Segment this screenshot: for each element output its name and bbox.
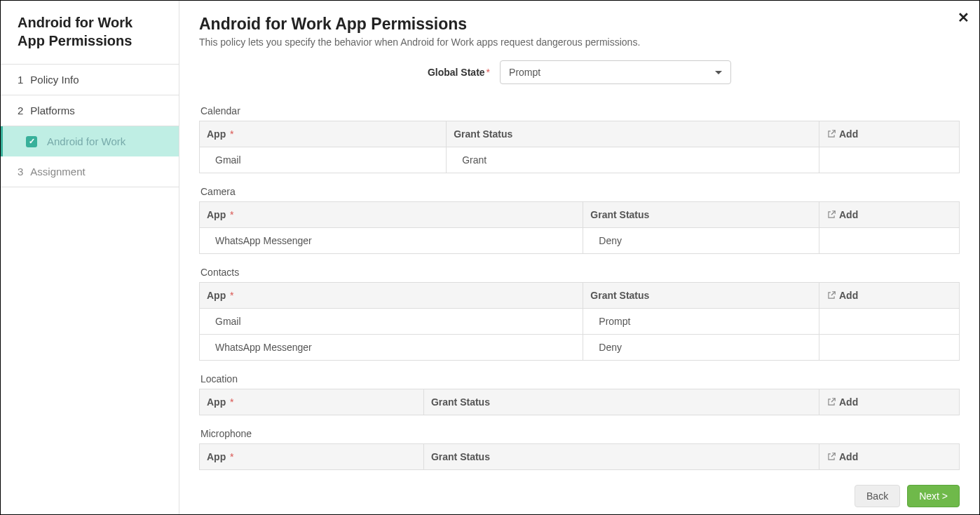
footer-buttons: Back Next >	[199, 478, 960, 507]
cell-action	[819, 228, 960, 254]
add-icon	[826, 452, 836, 462]
add-label: Add	[839, 128, 858, 140]
add-button[interactable]: Add	[819, 283, 960, 309]
column-header-app: App *	[200, 283, 583, 309]
add-button[interactable]: Add	[819, 121, 960, 147]
sidebar-item-assignment[interactable]: 3 Assignment	[1, 156, 179, 187]
chevron-down-icon	[715, 71, 722, 74]
check-icon: ✓	[26, 136, 37, 147]
column-header-app: App *	[200, 389, 424, 415]
required-asterisk: *	[230, 128, 233, 140]
next-button[interactable]: Next >	[907, 485, 960, 507]
global-state-value: Prompt	[509, 67, 540, 78]
sidebar-item-label: Policy Info	[30, 74, 79, 86]
section-title: Microphone	[200, 428, 960, 439]
sidebar-item-num: 2	[18, 105, 23, 116]
global-state-label: Global State*	[428, 67, 490, 78]
sidebar-header: Android for Work App Permissions	[1, 1, 179, 65]
global-state-label-text: Global State	[428, 67, 485, 78]
column-header-grant-status: Grant Status	[583, 202, 819, 228]
permission-table: App *Grant StatusAdd	[199, 443, 960, 470]
add-icon	[826, 129, 836, 139]
sidebar: Android for Work App Permissions 1 Polic…	[1, 1, 179, 514]
section-title: Contacts	[200, 267, 960, 278]
permission-table: App *Grant StatusAddGmailGrant	[199, 121, 960, 173]
add-label: Add	[839, 396, 858, 408]
column-header-app-text: App	[207, 451, 226, 462]
back-button[interactable]: Back	[855, 485, 900, 507]
add-icon	[826, 397, 836, 407]
global-state-select[interactable]: Prompt	[500, 60, 731, 84]
add-icon	[826, 210, 836, 220]
cell-action	[819, 309, 960, 335]
main-panel: ✕ Android for Work App Permissions This …	[179, 1, 979, 514]
permission-table: App *Grant StatusAdd	[199, 389, 960, 415]
cell-app: Gmail	[200, 147, 447, 173]
column-header-app: App *	[200, 121, 447, 147]
global-state-row: Global State* Prompt	[199, 60, 960, 84]
add-button[interactable]: Add	[819, 444, 960, 470]
page-title: Android for Work App Permissions	[199, 15, 960, 34]
sidebar-item-num: 1	[18, 74, 23, 86]
section-title: Location	[200, 373, 960, 384]
table-row[interactable]: GmailPrompt	[200, 309, 960, 335]
required-asterisk: *	[230, 290, 233, 301]
column-header-grant-status: Grant Status	[447, 121, 819, 147]
required-asterisk: *	[486, 67, 490, 78]
table-row[interactable]: WhatsApp MessengerDeny	[200, 335, 960, 361]
cell-grant-status: Deny	[583, 228, 819, 254]
column-header-app: App *	[200, 444, 424, 470]
add-label: Add	[839, 290, 858, 301]
cell-app: WhatsApp Messenger	[200, 228, 583, 254]
section-title: Calendar	[200, 105, 960, 116]
sidebar-subitem-android-for-work[interactable]: ✓ Android for Work	[1, 126, 179, 156]
cell-app: Gmail	[200, 309, 583, 335]
cell-grant-status: Prompt	[583, 309, 819, 335]
permission-sections: CalendarApp *Grant StatusAddGmailGrantCa…	[199, 100, 960, 478]
permission-table: App *Grant StatusAddWhatsApp MessengerDe…	[199, 201, 960, 254]
add-label: Add	[839, 451, 858, 462]
cell-grant-status: Deny	[583, 335, 819, 361]
required-asterisk: *	[230, 396, 233, 408]
column-header-app-text: App	[207, 128, 226, 140]
column-header-app-text: App	[207, 396, 226, 408]
column-header-grant-status: Grant Status	[423, 389, 819, 415]
section-title: Camera	[200, 186, 960, 197]
required-asterisk: *	[230, 451, 233, 462]
cell-app: WhatsApp Messenger	[200, 335, 583, 361]
sidebar-item-num: 3	[18, 166, 23, 178]
column-header-app: App *	[200, 202, 583, 228]
table-row[interactable]: WhatsApp MessengerDeny	[200, 228, 960, 254]
close-button[interactable]: ✕	[958, 9, 969, 26]
cell-grant-status: Grant	[447, 147, 819, 173]
column-header-grant-status: Grant Status	[423, 444, 819, 470]
sidebar-title: Android for Work App Permissions	[18, 13, 162, 50]
page-description: This policy lets you specify the behavio…	[199, 36, 960, 48]
table-row[interactable]: GmailGrant	[200, 147, 960, 173]
required-asterisk: *	[230, 209, 233, 220]
sidebar-subitem-label: Android for Work	[47, 135, 125, 147]
add-button[interactable]: Add	[819, 202, 960, 228]
column-header-grant-status: Grant Status	[583, 283, 819, 309]
add-icon	[826, 290, 836, 300]
sidebar-item-label: Platforms	[30, 105, 74, 116]
sidebar-item-label: Assignment	[30, 166, 85, 178]
permission-table: App *Grant StatusAddGmailPromptWhatsApp …	[199, 282, 960, 361]
add-button[interactable]: Add	[819, 389, 960, 415]
cell-action	[819, 335, 960, 361]
cell-action	[819, 147, 960, 173]
column-header-app-text: App	[207, 290, 226, 301]
add-label: Add	[839, 209, 858, 220]
column-header-app-text: App	[207, 209, 226, 220]
sidebar-item-policy-info[interactable]: 1 Policy Info	[1, 65, 179, 95]
sidebar-item-platforms[interactable]: 2 Platforms	[1, 95, 179, 126]
